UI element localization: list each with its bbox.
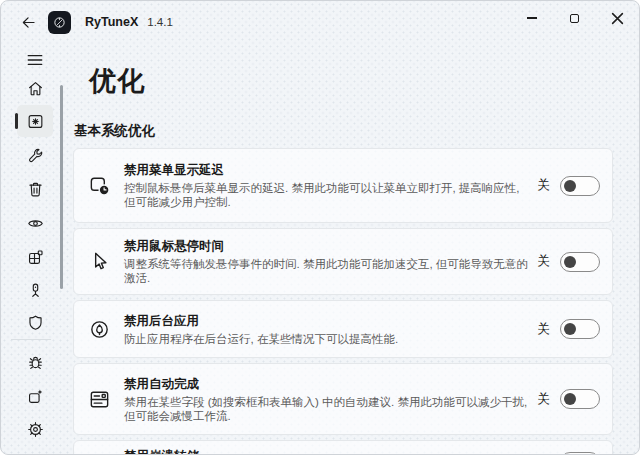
gear-icon <box>26 420 45 439</box>
toggle-state-label: 关 <box>538 177 551 194</box>
maximize-button[interactable] <box>553 1 596 35</box>
window-controls <box>510 1 639 43</box>
app-title: RyTuneX <box>85 15 138 29</box>
toggle-knob <box>564 323 576 335</box>
toggle-knob <box>564 393 576 405</box>
home-icon <box>26 79 45 98</box>
page-title: 优化 <box>89 63 145 99</box>
maximize-icon <box>570 14 579 23</box>
minimize-icon <box>527 17 537 18</box>
card-title: 禁用崩溃转储 <box>124 448 544 455</box>
cursor-icon <box>74 250 124 273</box>
sidebar-item-whats-new[interactable] <box>17 380 53 412</box>
close-button[interactable] <box>596 1 639 35</box>
eco-leaf-circle-icon <box>74 318 124 341</box>
back-button[interactable] <box>13 8 43 36</box>
sidebar-item-privacy[interactable] <box>17 207 53 239</box>
card-disable-crash-dumps: 禁用崩溃转储 <box>73 440 613 455</box>
toggle-state-label: 关 <box>538 321 551 338</box>
toggle-switch[interactable] <box>560 389 600 409</box>
optimize-box-gear-icon <box>26 112 45 131</box>
shield-icon <box>26 313 45 332</box>
card-disable-hover-time: 禁用鼠标悬停时间 调整系统等待触发悬停事件的时间. 禁用此功能可能加速交互, 但… <box>73 228 613 295</box>
toggle-state-label: 关 <box>538 391 551 408</box>
sidebar <box>1 43 61 454</box>
trash-icon <box>26 180 45 199</box>
toggle-knob <box>564 180 576 192</box>
card-description: 禁用在某些字段 (如搜索框和表单输入) 中的自动建议. 禁用此功能可以减少干扰,… <box>124 395 532 424</box>
card-title: 禁用自动完成 <box>124 376 532 393</box>
toggle-switch[interactable] <box>560 176 600 196</box>
sidebar-item-features[interactable] <box>17 241 53 273</box>
hamburger-icon <box>26 51 44 69</box>
section-header: 基本系统优化 <box>74 122 155 140</box>
app-version: 1.4.1 <box>147 16 173 28</box>
sidebar-item-debloat[interactable] <box>17 173 53 205</box>
form-autocomplete-icon <box>74 388 124 411</box>
nav-selection-indicator <box>15 113 18 129</box>
bug-icon <box>26 353 45 372</box>
titlebar: RyTuneX 1.4.1 <box>1 1 639 43</box>
rytunex-logo-icon <box>52 15 67 30</box>
sidebar-item-bug-report[interactable] <box>17 346 53 378</box>
minimize-button[interactable] <box>510 1 553 35</box>
toggle-switch[interactable] <box>560 319 600 339</box>
sidebar-item-optimize[interactable] <box>17 105 53 137</box>
wrench-icon <box>26 146 45 165</box>
toggle-knob <box>564 256 576 268</box>
card-description: 防止应用程序在后台运行, 在某些情况下可以提高性能. <box>124 332 532 346</box>
sidebar-item-tweaks[interactable] <box>17 139 53 171</box>
sidebar-scrollbar-thumb[interactable] <box>60 85 63 289</box>
card-title: 禁用后台应用 <box>124 313 532 330</box>
optimization-card-list: 禁用菜单显示延迟 控制鼠标悬停后菜单显示的延迟. 禁用此功能可以让菜单立即打开,… <box>73 148 613 455</box>
card-title: 禁用菜单显示延迟 <box>124 162 532 179</box>
toggle-switch[interactable] <box>560 252 600 272</box>
app-grid-icon <box>26 248 45 267</box>
device-stand-icon <box>26 281 45 300</box>
card-description: 控制鼠标悬停后菜单显示的延迟. 禁用此功能可以让菜单立即打开, 提高响应性, 但… <box>124 181 532 210</box>
close-icon <box>611 12 624 25</box>
sidebar-item-settings[interactable] <box>17 413 53 445</box>
menu-delay-clock-icon <box>74 174 124 197</box>
app-logo <box>48 11 71 34</box>
back-arrow-icon <box>20 14 37 31</box>
sparkle-box-icon <box>26 387 45 406</box>
eye-icon <box>26 214 45 233</box>
card-disable-background-apps: 禁用后台应用 防止应用程序在后台运行, 在某些情况下可以提高性能. 关 <box>73 300 613 358</box>
app-window: RyTuneX 1.4.1 <box>0 0 640 455</box>
sidebar-divider <box>11 339 51 340</box>
card-title: 禁用鼠标悬停时间 <box>124 238 532 255</box>
card-disable-autocomplete: 禁用自动完成 禁用在某些字段 (如搜索框和表单输入) 中的自动建议. 禁用此功能… <box>73 363 613 435</box>
sidebar-item-home[interactable] <box>17 72 53 104</box>
card-disable-menu-delay: 禁用菜单显示延迟 控制鼠标悬停后菜单显示的延迟. 禁用此功能可以让菜单立即打开,… <box>73 148 613 223</box>
toggle-state-label: 关 <box>538 253 551 270</box>
sidebar-item-devices[interactable] <box>17 274 53 306</box>
card-description: 调整系统等待触发悬停事件的时间. 禁用此功能可能加速交互, 但可能导致无意的激活… <box>124 257 532 286</box>
sidebar-item-security[interactable] <box>17 306 53 338</box>
